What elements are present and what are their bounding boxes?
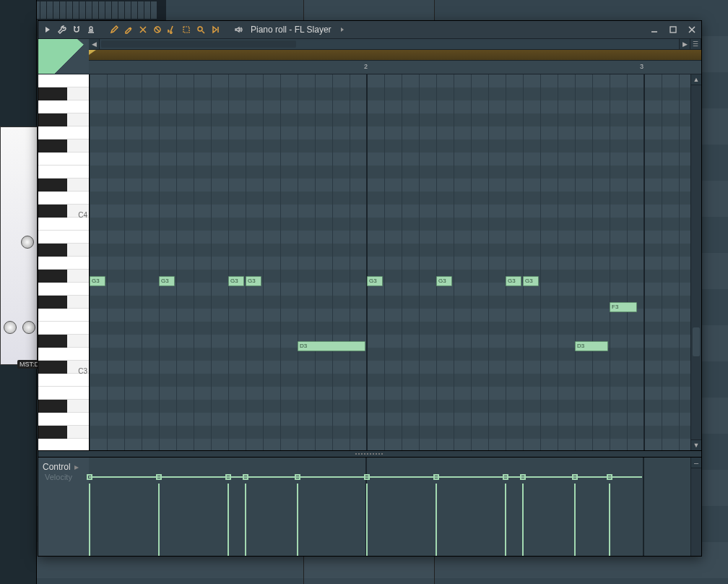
svg-point-0: [90, 27, 92, 30]
key-label: C4: [78, 211, 87, 219]
velocity-stem[interactable]: [436, 484, 437, 556]
time-ruler[interactable]: 2 3: [89, 61, 701, 74]
piano-key[interactable]: [38, 231, 89, 244]
piano-key[interactable]: [38, 244, 89, 257]
piano-key[interactable]: [38, 166, 89, 179]
midi-note[interactable]: F3: [610, 302, 637, 312]
velocity-stem[interactable]: [522, 484, 524, 556]
velocity-line: [505, 476, 522, 478]
control-lane: Control ▸ Velocity –: [38, 458, 701, 556]
velocity-stem[interactable]: [574, 484, 576, 556]
piano-key[interactable]: [38, 192, 89, 205]
velocity-line: [522, 476, 574, 478]
piano-keyboard[interactable]: C4C3: [38, 74, 90, 450]
control-lane-header[interactable]: Control ▸ Velocity: [38, 458, 89, 556]
magnet-icon[interactable]: [72, 25, 82, 35]
midi-note[interactable]: G3: [159, 276, 175, 286]
velocity-stem[interactable]: [366, 484, 368, 556]
midi-note[interactable]: G3: [523, 276, 539, 286]
piano-key[interactable]: [38, 270, 89, 283]
vscroll-down-arrow[interactable]: ▼: [691, 439, 701, 450]
velocity-stem[interactable]: [89, 484, 90, 556]
hscroll-thumb[interactable]: [101, 40, 296, 48]
stamp-icon[interactable]: [86, 25, 96, 35]
piano-key[interactable]: [38, 257, 89, 270]
window-title: Piano roll - FL Slayer: [251, 25, 332, 35]
collapse-lane-button[interactable]: –: [691, 458, 701, 468]
draw-tool-icon[interactable]: [109, 25, 119, 35]
vscroll-thumb[interactable]: [693, 327, 700, 356]
piano-key[interactable]: [38, 387, 89, 400]
zoom-tool-icon[interactable]: [196, 25, 206, 35]
piano-key[interactable]: [38, 348, 89, 361]
note-grid[interactable]: G3G3G3G3G3G3G3G3D3D3F3: [90, 74, 690, 450]
svg-rect-2: [183, 27, 189, 33]
minimize-button[interactable]: [649, 25, 659, 35]
mute-tool-icon[interactable]: [152, 25, 162, 35]
wrench-icon[interactable]: [57, 25, 67, 35]
hscroll-left-arrow[interactable]: ◀: [89, 39, 100, 49]
piano-key[interactable]: [38, 126, 89, 139]
velocity-stem[interactable]: [228, 484, 229, 556]
playback-tool-icon[interactable]: [210, 25, 220, 35]
piano-key[interactable]: [38, 439, 89, 450]
piano-key[interactable]: [38, 322, 89, 335]
vscroll-up-arrow[interactable]: ▲: [691, 74, 701, 85]
velocity-line: [158, 476, 228, 478]
piano-key[interactable]: [38, 283, 89, 296]
titlebar[interactable]: Piano roll - FL Slayer: [38, 21, 701, 39]
pattern-tab[interactable]: [38, 39, 89, 74]
lane-resize-handle[interactable]: [38, 450, 701, 458]
piano-key[interactable]: [38, 87, 89, 100]
piano-key[interactable]: [38, 113, 89, 126]
grid-columns: [90, 74, 690, 450]
paint-tool-icon[interactable]: [124, 25, 134, 35]
midi-note[interactable]: D3: [298, 341, 365, 351]
delete-tool-icon[interactable]: [138, 25, 148, 35]
horizontal-scrollbar[interactable]: ◀ ▶ ☰: [89, 39, 701, 50]
control-lane-sublabel: Velocity: [45, 473, 72, 481]
piano-key[interactable]: [38, 179, 89, 192]
midi-note[interactable]: G3: [90, 276, 105, 286]
velocity-line: [366, 476, 436, 478]
hscroll-right-arrow[interactable]: ▶: [679, 39, 690, 49]
piano-key[interactable]: [38, 218, 89, 231]
close-button[interactable]: [687, 25, 697, 35]
midi-note[interactable]: G3: [367, 276, 383, 286]
speaker-icon[interactable]: [233, 25, 243, 35]
velocity-stem[interactable]: [245, 484, 246, 556]
slice-tool-icon[interactable]: [167, 25, 177, 35]
select-tool-icon[interactable]: [181, 25, 191, 35]
piano-key[interactable]: [38, 139, 89, 153]
piano-key[interactable]: [38, 374, 89, 387]
menu-arrow-icon[interactable]: [43, 25, 53, 35]
piano-key[interactable]: [38, 309, 89, 322]
piano-key[interactable]: [38, 74, 89, 87]
midi-note[interactable]: G3: [436, 276, 452, 286]
velocity-line: [574, 476, 609, 478]
piano-key[interactable]: [38, 426, 89, 439]
hscroll-menu-icon[interactable]: ☰: [690, 39, 701, 49]
midi-note[interactable]: D3: [575, 341, 608, 351]
control-lane-right: –: [690, 458, 701, 556]
marker-lane[interactable]: [89, 50, 701, 61]
piano-key[interactable]: [38, 413, 89, 426]
piano-key[interactable]: [38, 296, 89, 309]
velocity-editor[interactable]: [89, 458, 690, 556]
maximize-button[interactable]: [668, 25, 678, 35]
velocity-stem[interactable]: [505, 484, 506, 556]
playhead-marker[interactable]: [89, 50, 96, 60]
velocity-stem[interactable]: [297, 484, 298, 556]
piano-key[interactable]: [38, 153, 89, 166]
bar-divider: [643, 458, 644, 556]
piano-key[interactable]: [38, 400, 89, 413]
title-arrow-icon[interactable]: [337, 25, 347, 35]
vertical-scrollbar[interactable]: ▲ ▼: [690, 74, 701, 450]
midi-note[interactable]: G3: [246, 276, 261, 286]
velocity-stem[interactable]: [609, 484, 610, 556]
midi-note[interactable]: G3: [228, 276, 244, 286]
piano-key[interactable]: [38, 335, 89, 348]
piano-key[interactable]: [38, 100, 89, 113]
velocity-stem[interactable]: [158, 484, 160, 556]
midi-note[interactable]: G3: [506, 276, 521, 286]
